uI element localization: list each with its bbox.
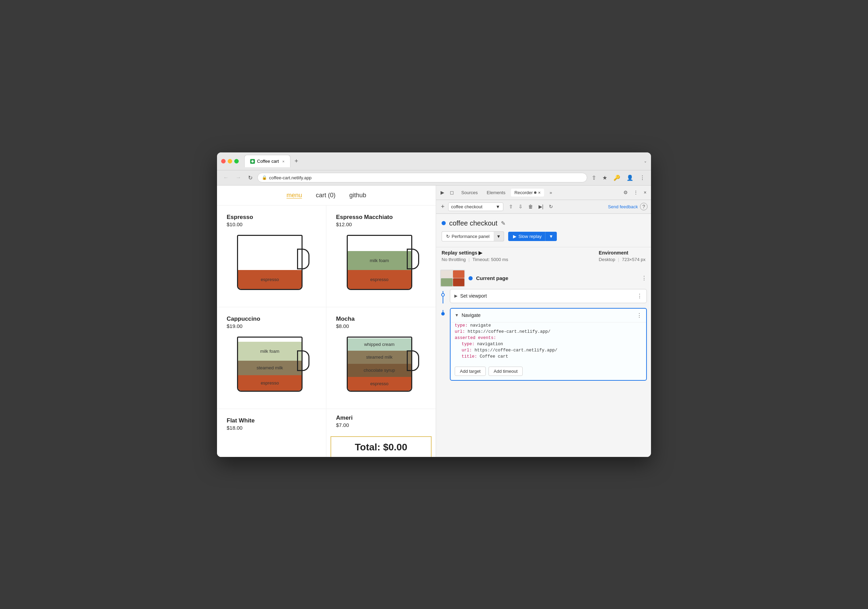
minimize-traffic-light[interactable] xyxy=(228,159,232,164)
recorder-tab[interactable]: Recorder × xyxy=(511,189,544,196)
recorder-close[interactable]: × xyxy=(538,190,541,195)
main-area: menu cart (0) github Espresso $10.00 esp… xyxy=(217,185,651,457)
lock-icon: 🔒 xyxy=(262,175,267,180)
inspect-tool-button[interactable]: ◻ xyxy=(448,189,456,196)
timeline-line-top xyxy=(443,291,443,293)
profile-button[interactable]: 👤 xyxy=(625,173,635,182)
address-bar[interactable]: 🔒 coffee-cart.netlify.app xyxy=(257,173,587,182)
slow-replay-button[interactable]: ▶ Slow replay xyxy=(508,232,546,241)
replay-settings-title[interactable]: Replay settings ▶ xyxy=(442,250,508,255)
extensions-button[interactable]: 🔑 xyxy=(612,173,622,182)
nav-github[interactable]: github xyxy=(349,192,366,199)
americano-name: Ameri xyxy=(336,414,426,421)
tab-close-button[interactable]: × xyxy=(282,159,284,164)
flat-white-name: Flat White xyxy=(227,417,316,424)
export-button[interactable]: ⇧ xyxy=(507,203,515,210)
timeline-dot-current xyxy=(468,276,473,280)
espresso-name: Espresso xyxy=(227,214,316,221)
bookmark-button[interactable]: ★ xyxy=(601,173,609,182)
replay-settings-sub: No throttling | Timeout: 5000 ms xyxy=(442,257,508,262)
macchiato-name: Espresso Macchiato xyxy=(336,214,426,221)
tab-dropdown-button[interactable]: ⌄ xyxy=(644,159,647,164)
cursor-tool-button[interactable]: ▶ xyxy=(439,189,446,196)
thumb-cell-1 xyxy=(441,270,453,278)
navigate-row: ▼ Navigate ⋮ type: navigate url: ht xyxy=(436,307,651,385)
replay-settings-row: Replay settings ▶ No throttling | Timeou… xyxy=(436,247,651,264)
env-size: 723×574 px xyxy=(622,257,645,262)
perf-panel-dropdown[interactable]: ▼ xyxy=(494,231,504,241)
navigate-step: ▼ Navigate ⋮ type: navigate url: ht xyxy=(450,308,647,381)
slow-replay-dropdown-button[interactable]: ▼ xyxy=(545,232,557,241)
more-tabs[interactable]: » xyxy=(546,189,555,196)
tab-favicon xyxy=(250,159,255,164)
environment-sub: Desktop | 723×574 px xyxy=(599,257,645,262)
sources-tab[interactable]: Sources xyxy=(458,189,481,196)
share-button[interactable]: ⇧ xyxy=(590,173,598,182)
product-espresso[interactable]: Espresso $10.00 espresso xyxy=(217,206,326,307)
refresh-button[interactable]: ↻ xyxy=(246,173,254,182)
add-target-button[interactable]: Add target xyxy=(455,366,486,376)
espresso-price: $10.00 xyxy=(227,221,316,227)
help-button[interactable]: ? xyxy=(640,203,648,210)
settings-button[interactable]: ⚙ xyxy=(622,189,629,196)
cappuccino-name: Cappuccino xyxy=(227,315,316,322)
add-timeout-button[interactable]: Add timeout xyxy=(488,366,523,376)
active-tab[interactable]: Coffee cart × xyxy=(244,155,290,167)
menu-button[interactable]: ⋮ xyxy=(638,173,647,182)
slow-replay-group: ▶ Slow replay ▼ xyxy=(508,232,557,241)
close-traffic-light[interactable] xyxy=(221,159,226,164)
set-viewport-header[interactable]: ▶ Set viewport ⋮ xyxy=(450,289,646,303)
nav-menu[interactable]: menu xyxy=(286,192,302,199)
edit-title-button[interactable]: ✎ xyxy=(501,220,505,227)
close-devtools-button[interactable]: × xyxy=(642,189,648,196)
download-button[interactable]: ⇩ xyxy=(516,203,525,210)
nav-cart[interactable]: cart (0) xyxy=(316,192,335,199)
timeout-label: Timeout: 5000 ms xyxy=(472,257,508,262)
elements-tab[interactable]: Elements xyxy=(483,189,509,196)
title-bar: Coffee cart × + ⌄ xyxy=(217,152,651,170)
set-viewport-row: ▶ Set viewport ⋮ xyxy=(436,288,651,307)
product-espresso-macchiato[interactable]: Espresso Macchiato $12.00 milk foam espr… xyxy=(326,206,436,307)
viewport-expand-icon: ▶ xyxy=(454,294,457,298)
code-asserted-line: asserted events: xyxy=(455,335,642,341)
code-indent-url-key: url: xyxy=(455,348,472,353)
code-asserted-title-line: title: Coffee cart xyxy=(455,354,642,360)
add-recording-button[interactable]: + xyxy=(440,203,446,210)
new-tab-button[interactable]: + xyxy=(292,156,301,166)
perf-panel-button[interactable]: ↻ Performance panel xyxy=(442,231,494,241)
current-page-menu[interactable]: ⋮ xyxy=(641,275,647,281)
replay-button[interactable]: ▶| xyxy=(536,203,546,210)
product-cappuccino[interactable]: Cappuccino $19.00 espresso steamed milk … xyxy=(217,307,326,409)
back-button[interactable]: ← xyxy=(221,173,231,182)
record-button[interactable]: ↻ xyxy=(547,203,555,210)
product-americano[interactable]: Ameri $7.00 Total: $0.00 xyxy=(326,409,436,457)
mocha-cup: espresso chocolate syrup steamed milk wh… xyxy=(343,333,419,400)
product-mocha[interactable]: Mocha $8.00 espresso chocolate syrup ste… xyxy=(326,307,436,409)
nav-bar: ← → ↻ 🔒 coffee-cart.netlify.app ⇧ ★ 🔑 👤 … xyxy=(217,170,651,185)
replay-settings-arrow: ▶ xyxy=(479,250,482,255)
macchiato-price: $12.00 xyxy=(336,221,426,227)
navigate-actions: Add target Add timeout xyxy=(451,364,646,380)
navigate-header[interactable]: ▼ Navigate ⋮ xyxy=(451,309,646,322)
recording-selector[interactable]: coffee checkout ▼ xyxy=(448,202,503,211)
forward-button[interactable]: → xyxy=(234,173,243,182)
delete-button[interactable]: 🗑 xyxy=(526,203,535,210)
navigate-body: type: navigate url: https://coffee-cart.… xyxy=(451,322,646,364)
recorder-label: Recorder xyxy=(515,190,533,195)
code-indent-title-key: title: xyxy=(455,354,477,359)
cappuccino-price: $19.00 xyxy=(227,323,316,329)
product-flat-white[interactable]: Flat White $18.00 xyxy=(217,409,326,457)
navigate-menu[interactable]: ⋮ xyxy=(637,312,642,318)
timeline-line-bottom xyxy=(443,297,443,303)
code-type-key: type: xyxy=(455,323,468,328)
more-options-button[interactable]: ⋮ xyxy=(632,189,640,196)
viewport-title: Set viewport xyxy=(460,293,634,298)
americano-price: $7.00 xyxy=(336,422,426,428)
throttling-label: No throttling xyxy=(442,257,466,262)
current-page-section: Current page ⋮ xyxy=(436,267,651,288)
maximize-traffic-light[interactable] xyxy=(234,159,239,164)
replay-settings-left: Replay settings ▶ No throttling | Timeou… xyxy=(442,250,508,262)
send-feedback-link[interactable]: Send feedback xyxy=(608,204,638,209)
code-asserted-type-line: type: navigation xyxy=(455,341,642,347)
viewport-menu[interactable]: ⋮ xyxy=(637,293,642,299)
